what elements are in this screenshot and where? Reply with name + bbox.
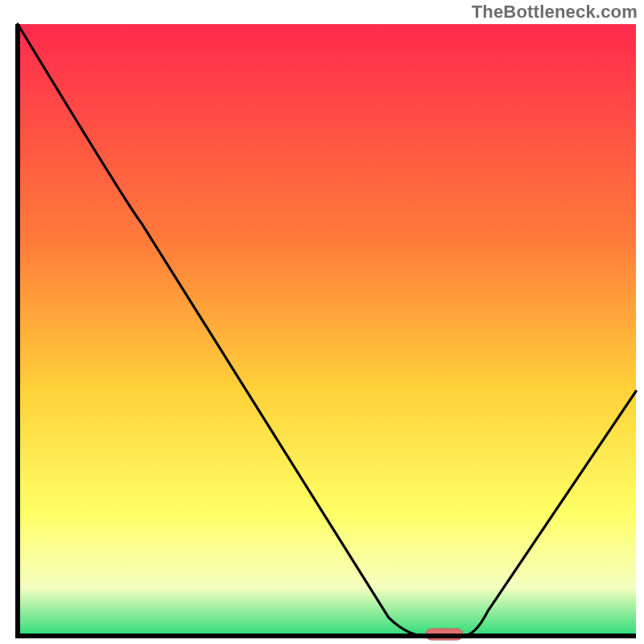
plot-background: [18, 24, 636, 636]
bottleneck-plot: [0, 0, 644, 644]
chart-container: TheBottleneck.com: [0, 0, 644, 644]
